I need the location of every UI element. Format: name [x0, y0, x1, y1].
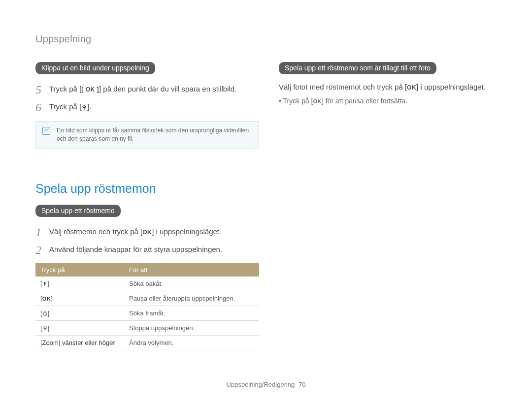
paragraph: Välj fotot med röstmemot och tryck på [O…: [279, 81, 502, 93]
desc-cell: Ändra volymen.: [124, 336, 259, 350]
table-row: [OK] Pausa eller återuppta uppspelningen…: [35, 291, 259, 306]
key-cell: []: [35, 321, 124, 336]
key-cell: []: [35, 306, 124, 321]
text-fragment: på den punkt där du vill spara en stillb…: [101, 85, 236, 93]
ok-icon: OK: [42, 296, 51, 302]
page: Uppspelning Klippa ut en bild under upps…: [0, 0, 532, 401]
steps-group-clip: 5 Tryck på [OK] på den punkt där du vill…: [35, 83, 259, 114]
step-text: Tryck på [OK] på den punkt där du vill s…: [49, 83, 236, 94]
table-row: [] Stoppa uppspelningen.: [35, 321, 259, 336]
note-box: En bild som klipps ut får samma filstorl…: [35, 121, 259, 149]
pill-voice-on-photo: Spela upp ett röstmemo som är tillagt ti…: [279, 62, 436, 74]
desc-cell: Stoppa uppspelningen.: [124, 321, 259, 336]
pill-clip-image: Klippa ut en bild under uppspelning: [35, 62, 155, 74]
note-icon: [42, 126, 51, 135]
desc-cell: Söka bakåt.: [124, 277, 259, 291]
step-text: Använd följande knappar för att styra up…: [49, 244, 222, 255]
controls-table: Tryck på För att [] Söka bakåt. [OK] Pau…: [35, 263, 259, 350]
pill-play-voice: Spela upp ett röstmemo: [35, 205, 121, 217]
ok-icon: OK: [142, 229, 152, 236]
footer-page-number: 70: [299, 381, 305, 388]
macro-icon: []: [79, 102, 89, 111]
desc-cell: Söka framåt.: [124, 306, 259, 321]
ok-icon: OK: [407, 84, 416, 91]
text-fragment: för att pausa eller fortsätta.: [324, 97, 407, 105]
page-footer: Uppspelning/Redigering 70: [0, 381, 532, 388]
table-row: [] Söka framåt.: [35, 306, 259, 321]
step-number: 5: [35, 83, 44, 96]
step-text: Välj röstmemo och tryck på [OK] i uppspe…: [49, 226, 221, 237]
macro-icon: []: [40, 324, 49, 332]
timer-icon: []: [40, 309, 49, 317]
flash-icon: []: [40, 280, 49, 287]
footer-text: Uppspelning/Redigering: [227, 381, 295, 388]
text-fragment: Tryck på: [49, 85, 79, 93]
key-cell: [Zoom] vänster eller höger: [35, 336, 124, 350]
step-5: 5 Tryck på [OK] på den punkt där du vill…: [35, 83, 259, 96]
text-fragment: i uppspelningsläget.: [154, 227, 221, 236]
text-fragment: i uppspelningsläget.: [418, 83, 486, 91]
table-row: [Zoom] vänster eller höger Ändra volymen…: [35, 336, 259, 350]
table-header-key: Tryck på: [35, 263, 124, 277]
ok-icon: OK: [81, 86, 99, 93]
table-header-desc: För att: [124, 263, 259, 277]
text-fragment: Tryck på: [283, 97, 311, 105]
bullet-item: Tryck på [OK] för att pausa eller fortsä…: [279, 97, 502, 105]
desc-cell: Pausa eller återuppta uppspelningen.: [124, 291, 259, 306]
step-2: 2 Använd följande knappar för att styra …: [35, 244, 259, 256]
text-fragment: Välj fotot med röstmemot och tryck på: [279, 83, 405, 91]
key-cell: [OK]: [35, 291, 124, 306]
text-fragment: Välj röstmemo och tryck på: [49, 227, 140, 236]
table-row: [] Söka bakåt.: [35, 277, 259, 291]
note-text: En bild som klipps ut får samma filstorl…: [57, 126, 253, 144]
section-title: Spela upp röstmemon: [35, 182, 259, 196]
breadcrumb: Uppspelning: [35, 33, 502, 48]
step-number: 1: [35, 226, 44, 239]
left-column: Klippa ut en bild under uppspelning 5 Tr…: [35, 62, 259, 350]
step-6: 6 Tryck på [].: [35, 101, 259, 114]
step-text: Tryck på [].: [49, 101, 92, 112]
step-number: 2: [35, 244, 44, 256]
ok-icon: OK: [313, 98, 322, 104]
key-cell: []: [35, 277, 124, 291]
step-number: 6: [35, 101, 44, 114]
svg-rect-0: [43, 127, 50, 134]
step-1: 1 Välj röstmemo och tryck på [OK] i upps…: [35, 226, 259, 239]
steps-group-voice: 1 Välj röstmemo och tryck på [OK] i upps…: [35, 226, 259, 257]
content-columns: Klippa ut en bild under uppspelning 5 Tr…: [35, 62, 502, 350]
right-column: Spela upp ett röstmemo som är tillagt ti…: [279, 62, 502, 350]
text-fragment: Tryck på: [49, 102, 79, 111]
